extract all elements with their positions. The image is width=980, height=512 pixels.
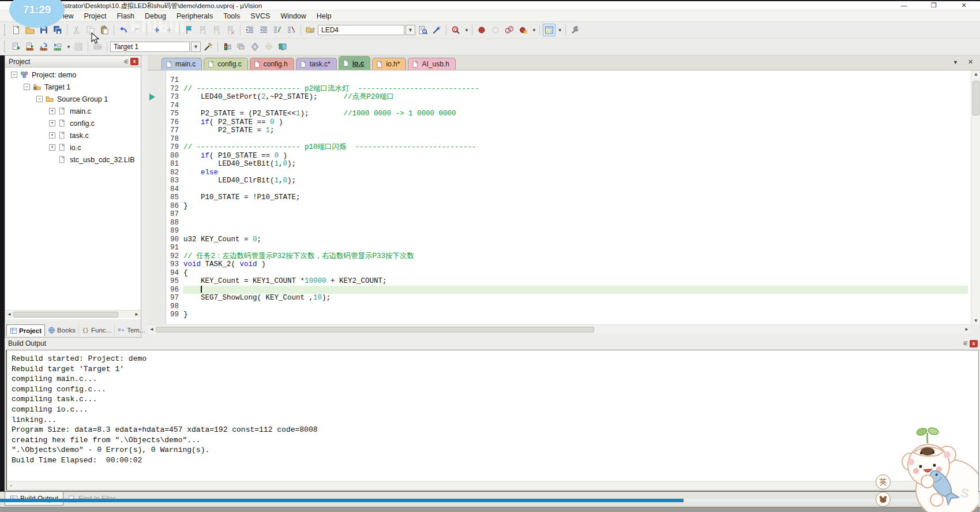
collapse-icon[interactable]: − — [11, 72, 17, 78]
target-combobox[interactable]: Target 1 — [110, 42, 190, 52]
target-dropdown-icon[interactable]: ▼ — [191, 42, 201, 52]
manage-target-button[interactable] — [221, 40, 234, 53]
toolbar-grip[interactable] — [4, 24, 7, 36]
doc-search-button[interactable] — [416, 24, 429, 36]
code-line-87[interactable]: 87 — [166, 210, 968, 219]
code-line-79[interactable]: 79// ------------------------ p10端口闪烁 --… — [166, 143, 968, 152]
tab-close-icon[interactable]: ✕ — [968, 58, 973, 66]
editor-vscrollbar[interactable]: ▲ ▼ — [971, 70, 980, 324]
editor-tab-task-c[interactable]: task.c* — [296, 58, 337, 70]
panel-tab-books[interactable]: Books — [45, 324, 79, 336]
menu-tools[interactable]: Tools — [218, 11, 245, 21]
undo-button[interactable] — [117, 24, 130, 36]
windows-layout-button[interactable] — [543, 24, 555, 36]
code-line-85[interactable]: 85 P10_STATE = !P10_STATE; — [166, 193, 968, 202]
tree-item-project-demo[interactable]: −Project: demo — [5, 69, 141, 81]
breakpoint-enable-button[interactable] — [489, 24, 502, 36]
bookmark-clear-button[interactable] — [224, 24, 237, 36]
panel-tab-project[interactable]: Project — [6, 324, 45, 336]
breakpoint-disable-all-button[interactable] — [503, 24, 516, 36]
search-combobox[interactable]: LED4 — [318, 25, 404, 35]
collapse-icon[interactable]: − — [24, 84, 30, 90]
code-line-84[interactable]: 84 — [166, 185, 968, 194]
code-line-96[interactable]: 96 — [166, 286, 968, 294]
scroll-right-icon[interactable]: ► — [963, 326, 971, 333]
find-dropdown-icon[interactable]: ▼ — [464, 28, 469, 33]
code-line-78[interactable]: 78 — [166, 135, 968, 144]
windows-dropdown-icon[interactable]: ▼ — [558, 28, 562, 33]
editor-tab-ai-usb-h[interactable]: AI_usb.h — [408, 58, 455, 70]
new-file-button[interactable] — [10, 24, 22, 36]
editor-hscrollbar[interactable]: ◄ ► — [148, 324, 971, 334]
search-dropdown-icon[interactable]: ▼ — [405, 25, 415, 35]
code-line-74[interactable]: 74 — [166, 102, 968, 110]
build-output-log[interactable]: Rebuild started: Project: demoRebuild ta… — [6, 350, 979, 491]
batch-build-button[interactable] — [51, 40, 64, 53]
code-line-72[interactable]: 72// ------------------------ p2端口流水灯 --… — [166, 85, 968, 94]
editor-tab-config-c[interactable]: config.c — [204, 58, 247, 70]
project-hscrollbar[interactable]: ◄ ► — [5, 310, 141, 318]
editor-tab-io-h[interactable]: io.h* — [372, 58, 406, 70]
breakpoint-dropdown-icon[interactable]: ▼ — [532, 28, 536, 33]
code-lines[interactable]: 7172// ------------------------ p2端口流水灯 … — [166, 76, 968, 319]
uncomment-button[interactable] — [285, 24, 298, 36]
editor-tab-main-c[interactable]: main.c — [162, 58, 202, 70]
tab-list-dropdown-icon[interactable]: ▼ — [953, 59, 958, 65]
breakpoint-insert-button[interactable] — [475, 24, 488, 36]
code-line-99[interactable]: 99} — [166, 311, 968, 319]
minimize-icon[interactable]: — — [895, 1, 913, 10]
close-panel-icon[interactable]: x — [130, 58, 138, 65]
code-line-82[interactable]: 82 else — [166, 169, 968, 177]
tree-item-source-group-1[interactable]: −Source Group 1 — [5, 93, 141, 105]
code-line-75[interactable]: 75 P2_STATE = (P2_STATE<<1); //1000 0000… — [166, 110, 968, 118]
menu-window[interactable]: Window — [275, 11, 311, 21]
code-line-83[interactable]: 83 LED40_ClrBit(1,0); — [166, 177, 968, 185]
panel-tab-tem[interactable]: 0Tem... — [115, 324, 148, 336]
indent-button[interactable] — [243, 24, 256, 36]
scroll-left-icon[interactable]: ◄ — [5, 311, 13, 318]
menu-svcs[interactable]: SVCS — [245, 11, 275, 21]
scroll-left-icon[interactable]: ‹ — [7, 482, 15, 489]
code-line-73[interactable]: 73 LED40_SetPort(2,~P2_STATE); //点亮P20端口 — [166, 93, 968, 102]
multi-project-button[interactable] — [249, 40, 261, 53]
expand-icon[interactable]: + — [49, 120, 55, 126]
outdent-button[interactable] — [257, 24, 270, 36]
tree-item-config-c[interactable]: +config.c — [5, 117, 141, 129]
bookmark-next-button[interactable] — [211, 24, 223, 36]
code-line-89[interactable]: 89 — [166, 227, 968, 236]
menu-project[interactable]: Project — [79, 11, 112, 21]
bookmark-prev-button[interactable] — [197, 24, 209, 36]
tree-item-main-c[interactable]: +main.c — [5, 105, 141, 117]
expand-icon[interactable]: + — [49, 144, 55, 151]
code-line-93[interactable]: 93void TASK_2( void ) — [166, 260, 968, 269]
build-output-hscrollbar[interactable]: ‹ — [7, 481, 978, 490]
code-line-76[interactable]: 76 if( P2_STATE == 0 ) — [166, 118, 968, 127]
stop-build-button[interactable] — [72, 40, 85, 53]
customize-tools-button[interactable] — [569, 24, 581, 36]
code-line-71[interactable]: 71 — [166, 76, 968, 85]
code-line-98[interactable]: 98 — [166, 302, 968, 311]
editor-tab-config-h[interactable]: config.h — [250, 58, 294, 70]
file-extensions-button[interactable] — [235, 40, 247, 53]
books-manage-button[interactable] — [276, 40, 289, 53]
maximize-icon[interactable]: ❐ — [925, 1, 943, 10]
scroll-thumb[interactable] — [156, 327, 594, 332]
code-line-92[interactable]: 92// 任务2：左边数码管显示P32按下次数，右边数码管显示P33按下次数 — [166, 252, 968, 261]
pin-icon[interactable]: ⚟ — [122, 58, 130, 66]
scroll-left-icon[interactable]: ◄ — [148, 326, 156, 333]
expand-icon[interactable]: + — [49, 108, 55, 114]
batch-dropdown-icon[interactable]: ▼ — [66, 44, 71, 50]
code-line-90[interactable]: 90u32 KEY_Count = 0; — [166, 236, 968, 244]
tree-item-task-c[interactable]: +task.c — [5, 129, 141, 141]
find-in-files-button[interactable]: Q — [449, 24, 462, 36]
code-line-77[interactable]: 77 P2_STATE = 1; — [166, 126, 968, 135]
code-line-86[interactable]: 86} — [166, 202, 968, 211]
close-panel-icon[interactable]: x — [970, 340, 978, 347]
editor-tab-io-c[interactable]: io.c — [339, 56, 371, 70]
close-icon[interactable]: ✕ — [955, 1, 973, 10]
breakpoint-kill-all-button[interactable] — [517, 24, 530, 36]
expand-icon[interactable]: + — [49, 132, 55, 139]
code-line-95[interactable]: 95 KEY_Count = KEY1_COUNT *10000 + KEY2_… — [166, 277, 968, 286]
code-line-97[interactable]: 97 SEG7_ShowLong( KEY_Count ,10); — [166, 294, 968, 302]
scroll-thumb[interactable] — [973, 81, 979, 115]
